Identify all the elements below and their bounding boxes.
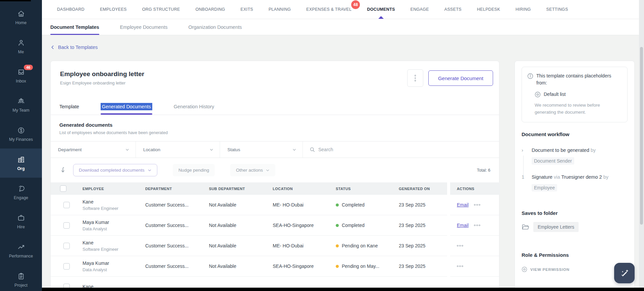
back-to-templates-link[interactable]: Back to Templates: [50, 45, 98, 50]
assistant-fab-button[interactable]: [614, 263, 635, 283]
inbox-icon: 46: [17, 68, 25, 76]
template-detail-tabs: Template Generated Documents Generation …: [51, 99, 499, 115]
sidebar-item-me[interactable]: Me: [0, 32, 42, 61]
email-action-link[interactable]: Email: [457, 202, 469, 208]
department-cell: Customer Success...: [139, 215, 202, 236]
page-scrollbar-track: [639, 0, 644, 291]
row-checkbox[interactable]: [63, 202, 70, 208]
employee-name[interactable]: Maya Kumar: [83, 260, 109, 266]
column-employee[interactable]: EMPLOYEE: [76, 182, 139, 195]
template-title: Employee onboarding letter: [60, 70, 144, 78]
email-action-link[interactable]: Email: [457, 223, 469, 228]
table-row: Kane Software Engineer Customer Success.…: [51, 236, 499, 256]
nav-exits[interactable]: EXITS: [233, 0, 261, 19]
view-permission-item[interactable]: VIEW PERMISSION: [522, 267, 628, 272]
tab-generation-history[interactable]: Generation History: [174, 99, 214, 115]
more-options-button[interactable]: [407, 69, 423, 87]
generate-document-button[interactable]: Generate Document: [428, 70, 493, 86]
folder-name[interactable]: Employee Letters: [533, 222, 579, 232]
saves-to-folder-title: Saves to folder: [522, 210, 628, 216]
page-scrollbar-thumb[interactable]: [640, 47, 643, 225]
select-all-checkbox[interactable]: [60, 185, 66, 192]
workflow-actor: Employee: [532, 184, 557, 191]
sidebar-item-project[interactable]: Project: [0, 265, 42, 291]
nav-engage[interactable]: ENGAGE: [403, 0, 437, 19]
sidebar-item-my-finances[interactable]: My Finances: [0, 119, 42, 149]
kebab-icon: [415, 75, 416, 76]
workflow-step-title: Document to be generated: [532, 148, 589, 153]
sidebar-item-inbox[interactable]: 46 Inbox: [0, 61, 42, 90]
document-workflow-title: Document workflow: [522, 131, 628, 137]
back-link-label: Back to Templates: [58, 45, 98, 50]
default-list-icon: [535, 92, 541, 98]
row-more-actions-icon[interactable]: [457, 245, 463, 247]
nav-hiring[interactable]: HIRING: [508, 0, 539, 19]
column-department[interactable]: DEPARTMENT: [139, 182, 202, 195]
tab-employee-documents[interactable]: Employee Documents: [120, 19, 168, 35]
default-list-label: Default list: [544, 92, 566, 97]
sidebar-item-performance[interactable]: Performance: [0, 236, 42, 265]
department-cell: Customer Success...: [139, 236, 202, 256]
nav-onboarding[interactable]: ONBOARDING: [188, 0, 233, 19]
active-nav-caret-icon: [378, 16, 384, 19]
status-filter[interactable]: Status: [220, 141, 303, 158]
nav-settings[interactable]: SETTINGS: [539, 0, 576, 19]
clipboard-icon: [17, 272, 25, 281]
nav-helpdesk[interactable]: HELPDESK: [469, 0, 508, 19]
other-actions-button[interactable]: Other actions: [230, 164, 275, 176]
sidebar-item-hire[interactable]: Hire: [0, 207, 42, 236]
row-checkbox[interactable]: [63, 263, 70, 270]
nav-assets[interactable]: ASSETS: [437, 0, 469, 19]
status-dot-completed: [336, 224, 339, 227]
nav-dashboard[interactable]: DASHBOARD: [49, 0, 92, 19]
row-more-actions-icon[interactable]: [474, 225, 480, 226]
row-more-actions-icon[interactable]: [457, 266, 463, 267]
tab-organization-documents[interactable]: Organization Documents: [188, 19, 242, 35]
department-filter[interactable]: Department: [51, 141, 136, 158]
nav-planning[interactable]: PLANNING: [261, 0, 299, 19]
column-generated-on[interactable]: GENERATED ON: [392, 182, 447, 195]
status-text: Pending on Kane: [342, 243, 378, 248]
column-status[interactable]: STATUS: [329, 182, 392, 195]
row-checkbox[interactable]: [63, 222, 70, 229]
download-completed-label: Download completed documents: [79, 168, 145, 173]
sidebar-item-home[interactable]: Home: [0, 3, 42, 32]
sidebar-item-engage[interactable]: Engage: [0, 178, 42, 207]
info-box-heading: This template contains placeholders from…: [536, 72, 622, 86]
row-more-actions-icon[interactable]: [474, 204, 480, 206]
chevron-down-icon: [266, 168, 270, 172]
download-arrow-icon[interactable]: [60, 167, 66, 174]
status-text: Completed: [342, 202, 365, 208]
download-completed-button[interactable]: Download completed documents: [73, 164, 157, 176]
employee-name[interactable]: Kane: [83, 199, 94, 205]
column-location[interactable]: LOCATION: [266, 182, 329, 195]
chevron-down-icon: [148, 168, 152, 172]
employee-name[interactable]: Maya Kumar: [83, 220, 109, 225]
search-input[interactable]: [318, 147, 492, 152]
tab-document-templates[interactable]: Document Templates: [50, 19, 99, 35]
search-icon: [310, 147, 315, 152]
sidebar-item-my-team[interactable]: My Team: [0, 90, 42, 119]
employee-name[interactable]: Kane: [83, 240, 94, 245]
location-filter-label: Location: [143, 147, 160, 152]
nav-documents[interactable]: DOCUMENTS: [359, 0, 402, 19]
nudge-pending-button[interactable]: Nudge pending: [173, 164, 215, 176]
column-sub-department[interactable]: SUB DEPARTMENT: [202, 182, 266, 195]
nav-expenses-travel[interactable]: EXPENSES & TRAVEL 48: [299, 0, 359, 19]
chevron-right-icon[interactable]: ›: [522, 147, 532, 164]
sidebar-item-label: Me: [18, 50, 24, 54]
nav-employees[interactable]: EMPLOYEES: [92, 0, 135, 19]
location-filter[interactable]: Location: [136, 141, 220, 158]
org-building-icon: [17, 155, 25, 164]
sidebar: Home Me 46 Inbox My Team My Finances: [0, 0, 42, 291]
chevron-down-icon: [209, 148, 214, 152]
sidebar-item-org[interactable]: Org: [0, 149, 42, 178]
tab-template[interactable]: Template: [59, 99, 79, 115]
nav-org-structure[interactable]: ORG STRUCTURE: [135, 0, 188, 19]
nav-documents-label: DOCUMENTS: [367, 7, 395, 12]
top-black-bar: [0, 0, 31, 1]
expenses-badge: 48: [351, 0, 360, 9]
tab-generated-documents[interactable]: Generated Documents: [101, 99, 152, 115]
row-checkbox[interactable]: [63, 243, 70, 249]
table-row: Maya Kumar Data Analyst Customer Success…: [51, 256, 499, 277]
